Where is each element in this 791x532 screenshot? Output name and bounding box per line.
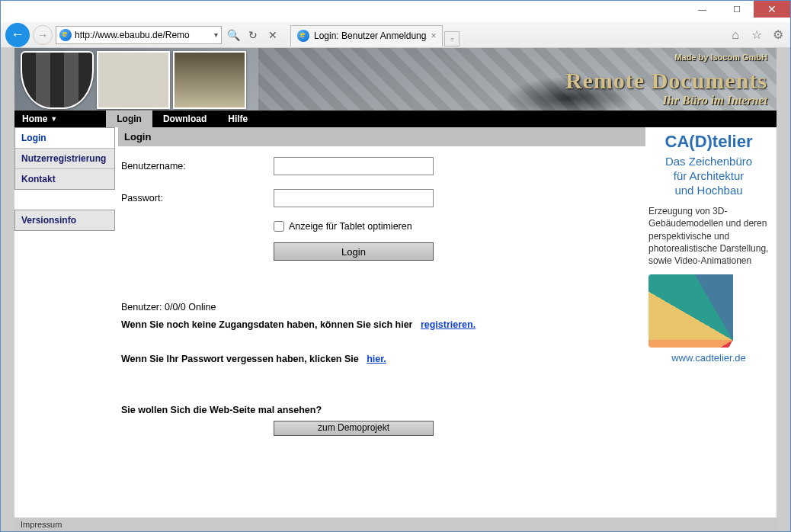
window-minimize-button[interactable]: — bbox=[685, 1, 719, 18]
nav-forward-button[interactable]: → bbox=[33, 25, 53, 45]
address-bar[interactable]: http://www.ebaubu.de/Remo ▾ bbox=[56, 26, 222, 44]
nav-login[interactable]: Login bbox=[106, 111, 152, 127]
tablet-checkbox[interactable] bbox=[274, 221, 284, 232]
refresh-icon[interactable]: ↻ bbox=[245, 27, 261, 43]
sidebar-item-nutzerreg[interactable]: Nutzerregistrierung bbox=[15, 149, 114, 169]
banner-subtitle: Ihr Büro im Internet bbox=[565, 94, 767, 107]
forgot-link[interactable]: hier. bbox=[367, 354, 386, 364]
register-link[interactable]: registrieren. bbox=[421, 319, 476, 330]
nav-download[interactable]: Download bbox=[152, 111, 217, 127]
sidebar-ad[interactable]: CA(D)telier Das Zeichenbüro für Architek… bbox=[645, 132, 772, 364]
tools-icon[interactable]: ⚙ bbox=[770, 27, 786, 43]
demo-button[interactable]: zum Demoprojekt bbox=[274, 421, 434, 436]
ad-url: www.cadtelier.de bbox=[645, 352, 772, 364]
sidebar-item-versionsinfo[interactable]: Versionsinfo bbox=[15, 210, 114, 230]
demo-question: Sie wollen Sich die Web-Seite mal ansehe… bbox=[121, 405, 322, 415]
ad-sub2: für Architektur bbox=[645, 169, 772, 184]
online-status: Benutzer: 0/0/0 Online bbox=[121, 299, 642, 316]
window-maximize-button[interactable]: ☐ bbox=[719, 1, 754, 18]
ad-sub3: und Hochbau bbox=[645, 184, 772, 198]
site-banner: Made by Isocom GmbH Remote Documents Ihr… bbox=[14, 48, 777, 111]
nav-back-button[interactable]: ← bbox=[5, 23, 30, 47]
window-titlebar: — ☐ ✕ bbox=[1, 1, 790, 22]
browser-tab[interactable]: Login: Benutzer Anmeldung × bbox=[290, 25, 443, 46]
search-icon[interactable]: 🔍 bbox=[225, 27, 242, 43]
ad-sub1: Das Zeichenbüro bbox=[645, 155, 772, 169]
ad-image bbox=[648, 274, 769, 348]
sidebar-item-login[interactable]: Login bbox=[15, 128, 114, 149]
login-button[interactable]: Login bbox=[274, 242, 434, 261]
forgot-text: Wenn Sie Ihr Passwort vergessen haben, k… bbox=[121, 354, 359, 364]
password-label: Passwort: bbox=[121, 193, 274, 204]
stop-icon[interactable]: ✕ bbox=[264, 27, 281, 43]
ie-logo-icon bbox=[59, 29, 72, 41]
password-input[interactable] bbox=[274, 189, 434, 207]
url-text: http://www.ebaubu.de/Remo bbox=[75, 30, 211, 40]
tab-favicon-icon bbox=[297, 30, 309, 42]
url-dropdown-icon[interactable]: ▾ bbox=[214, 30, 218, 39]
window-close-button[interactable]: ✕ bbox=[754, 1, 790, 18]
tab-title: Login: Benutzer Anmeldung bbox=[314, 30, 426, 41]
footer-impressum-link[interactable]: Impressum bbox=[21, 520, 62, 529]
nav-home[interactable]: Home ▼ bbox=[14, 111, 68, 127]
tablet-label: Anzeige für Tablet optimieren bbox=[289, 221, 412, 232]
new-tab-button[interactable]: ▫ bbox=[444, 31, 460, 46]
chevron-down-icon: ▼ bbox=[50, 115, 57, 123]
ad-body: Erzeugung von 3D-Gebäudemodellen und der… bbox=[645, 197, 772, 274]
sidebar-item-kontakt[interactable]: Kontakt bbox=[15, 169, 114, 189]
banner-thumb bbox=[97, 51, 170, 109]
top-nav: Home ▼ Login Download Hilfe bbox=[14, 111, 777, 127]
register-text: Wenn Sie noch keine Zugangsdaten haben, … bbox=[121, 319, 412, 330]
banner-title: Remote Documents bbox=[565, 68, 767, 94]
username-label: Benutzername: bbox=[121, 161, 274, 171]
panel-heading: Login bbox=[118, 127, 645, 146]
favorites-icon[interactable]: ☆ bbox=[749, 27, 764, 43]
nav-home-label: Home bbox=[22, 114, 47, 124]
banner-thumb bbox=[21, 51, 94, 109]
home-icon[interactable]: ⌂ bbox=[728, 27, 743, 43]
ad-title: CA(D)telier bbox=[645, 132, 772, 152]
tab-close-icon[interactable]: × bbox=[431, 30, 436, 41]
username-input[interactable] bbox=[274, 157, 434, 175]
banner-thumb bbox=[173, 51, 246, 109]
nav-hilfe[interactable]: Hilfe bbox=[217, 111, 258, 127]
browser-toolbar: ← → http://www.ebaubu.de/Remo ▾ 🔍 ↻ ✕ Lo… bbox=[1, 22, 790, 48]
banner-made-by: Made by Isocom GmbH bbox=[674, 53, 767, 62]
